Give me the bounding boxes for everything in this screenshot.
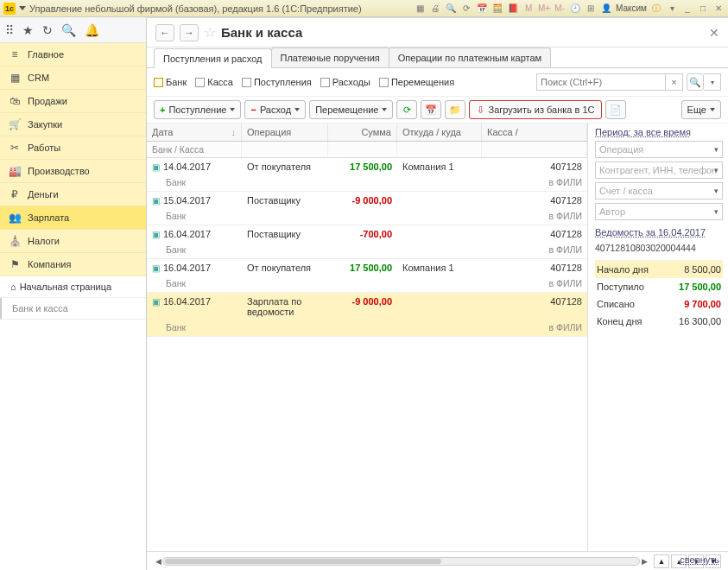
toolbar-icon[interactable]: 📕 (507, 3, 519, 15)
toolbar-icon[interactable]: 📅 (476, 3, 488, 15)
star-icon[interactable]: ★ (22, 23, 34, 37)
favorite-star-icon[interactable]: ☆ (204, 24, 216, 41)
scroll-left-icon[interactable]: ◀ (154, 557, 162, 566)
toolbar-letter-icon[interactable]: M- (554, 3, 566, 15)
nav-sales[interactable]: 🛍Продажи (0, 90, 146, 113)
refresh-button[interactable]: ⟳ (396, 100, 417, 119)
expense-button[interactable]: −Расход (244, 100, 306, 119)
tab-card-ops[interactable]: Операции по платежным картам (389, 48, 551, 67)
nav-purchase[interactable]: 🛒Закупки (0, 113, 146, 136)
chevron-down-icon (230, 108, 235, 111)
summary-row: Начало дня8 500,00 (595, 261, 723, 278)
search-find-button[interactable]: 🔍 (687, 73, 704, 91)
period-link[interactable]: Период: за все время (595, 127, 723, 137)
tab-payment-orders[interactable]: Платежные поручения (271, 48, 389, 67)
income-button[interactable]: +Поступление (154, 100, 241, 119)
search-icon[interactable]: 🔍 (61, 23, 76, 37)
apps-icon[interactable]: ⠿ (5, 23, 14, 37)
window-title: Управление небольшой фирмой (базовая), р… (29, 3, 414, 14)
subnav-bank[interactable]: Банк и касса (0, 298, 146, 320)
toolbar-letter-icon[interactable]: M (522, 3, 535, 15)
nav-money[interactable]: ₽Деньги (0, 183, 146, 206)
document-icon: ▣ (152, 263, 160, 273)
move-button[interactable]: Перемещение (309, 100, 393, 119)
toolbar-icon[interactable]: ⊞ (585, 3, 597, 15)
bell-icon[interactable]: 🔔 (85, 23, 99, 37)
sidebar: ⠿ ★ ↻ 🔍 🔔 ≡Главное ▦CRM 🛍Продажи 🛒Закупк… (0, 17, 147, 570)
scroll-right-icon[interactable]: ▶ (640, 557, 649, 566)
operation-filter-select[interactable]: Операция (595, 141, 723, 158)
close-icon[interactable]: ✕ (712, 3, 725, 15)
calendar-button[interactable]: 📅 (421, 100, 441, 119)
load-from-bank-button[interactable]: ⇩Загрузить из банка в 1С (469, 100, 602, 119)
grid-top-button[interactable]: ▲ (654, 554, 669, 568)
folder-button[interactable]: 📁 (445, 100, 465, 119)
table-row[interactable]: ▣16.04.2017Зарплата по ведомости-9 000,0… (147, 293, 587, 337)
toolbar-icon[interactable]: 🧮 (491, 3, 503, 15)
toolbar-icon[interactable]: 🕘 (569, 3, 581, 15)
data-grid: Дата ↓ Операция Сумма Откуда / куда Касс… (147, 124, 588, 551)
table-row[interactable]: ▣14.04.2017От покупателя17 500,00Компани… (147, 158, 587, 192)
col-account[interactable]: Касса / (482, 124, 587, 141)
sidebar-top-icons: ⠿ ★ ↻ 🔍 🔔 (0, 17, 146, 43)
nav-production[interactable]: 🏭Производство (0, 160, 146, 183)
nav-main[interactable]: ≡Главное (0, 43, 146, 66)
collapse-link[interactable]: свернуть (680, 554, 719, 565)
app-logo-icon: 1c (3, 3, 16, 15)
more-button[interactable]: Еще (681, 100, 721, 119)
forward-button[interactable]: → (180, 24, 199, 41)
subnav-home[interactable]: ⌂Начальная страница (0, 276, 146, 298)
cart-icon: 🛒 (9, 118, 21, 130)
statement-title-link[interactable]: Ведомость за 16.04.2017 (595, 227, 723, 238)
col-operation[interactable]: Операция (242, 124, 328, 141)
export-button[interactable]: 📄 (605, 100, 626, 119)
col-date[interactable]: Дата ↓ (147, 124, 242, 141)
nav-company[interactable]: ⚑Компания (0, 253, 146, 276)
nav-works[interactable]: ✂Работы (0, 136, 146, 160)
help-icon[interactable]: ⓘ (650, 3, 662, 15)
toolbar-letter-icon[interactable]: M+ (538, 3, 550, 15)
page-header: ← → ☆ Банк и касса ✕ (147, 18, 728, 48)
col-sum[interactable]: Сумма (328, 124, 397, 141)
nav-taxes[interactable]: ⛪Налоги (0, 230, 146, 253)
search-input[interactable] (536, 73, 666, 91)
table-row[interactable]: ▣15.04.2017Поставщику-9 000,00407128Банк… (147, 192, 587, 225)
author-filter-select[interactable]: Автор (595, 203, 723, 220)
document-icon: ▣ (152, 196, 160, 206)
table-row[interactable]: ▣16.04.2017От покупателя17 500,00Компани… (147, 259, 587, 293)
history-icon[interactable]: ↻ (42, 23, 53, 37)
maximize-icon[interactable]: □ (697, 3, 709, 15)
app-menu-dropdown-icon[interactable] (19, 6, 26, 10)
nav-label: Закупки (28, 119, 62, 130)
crm-icon: ▦ (9, 72, 21, 84)
table-row[interactable]: ▣16.04.2017Поставщику-700,00407128Банкв … (147, 225, 587, 259)
filter-cash-checkbox[interactable]: Касса (195, 77, 233, 87)
tools-icon: ✂ (9, 142, 21, 154)
toolbar-icon[interactable]: 🖨 (429, 3, 441, 15)
summary-row: Поступило17 500,00 (595, 278, 723, 295)
search-clear-button[interactable]: × (666, 73, 683, 91)
user-name[interactable]: Максим (616, 3, 647, 15)
nav-salary[interactable]: 👥Зарплата (0, 206, 146, 230)
toolbar-icon[interactable]: ⟳ (460, 3, 472, 15)
toolbar-icon[interactable]: ▦ (414, 3, 426, 15)
back-button[interactable]: ← (155, 24, 174, 41)
filter-bank-checkbox[interactable]: Банк (154, 77, 187, 87)
close-page-icon[interactable]: ✕ (709, 26, 719, 40)
account-filter-select[interactable]: Счет / касса (595, 182, 723, 200)
horizontal-scrollbar[interactable] (162, 557, 640, 566)
search-dropdown-button[interactable]: ▾ (704, 73, 721, 91)
tab-income-expense[interactable]: Поступления и расход (154, 48, 272, 68)
bag-icon: 🛍 (9, 95, 21, 107)
grid-header: Дата ↓ Операция Сумма Откуда / куда Касс… (147, 124, 587, 142)
user-icon[interactable]: 👤 (600, 3, 612, 15)
dropdown-icon[interactable]: ▾ (666, 3, 678, 15)
filter-income-checkbox[interactable]: Поступления (242, 77, 312, 87)
toolbar-icon[interactable]: 🔍 (445, 3, 457, 15)
col-where[interactable]: Откуда / куда (397, 124, 482, 141)
nav-crm[interactable]: ▦CRM (0, 66, 146, 90)
filter-expense-checkbox[interactable]: Расходы (320, 77, 370, 87)
minimize-icon[interactable]: _ (681, 3, 693, 15)
filter-move-checkbox[interactable]: Перемещения (379, 77, 454, 87)
contractor-filter-select[interactable]: Контрагент, ИНН, телефон (595, 162, 723, 179)
